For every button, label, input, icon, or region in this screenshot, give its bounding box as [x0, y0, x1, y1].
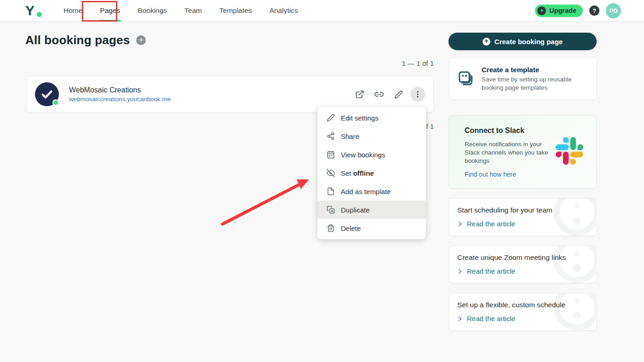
calendar-icon	[327, 150, 335, 159]
menu-item-edit-settings[interactable]: Edit settings	[317, 109, 426, 127]
read-article-label: Read the article	[467, 267, 515, 275]
pencil-icon	[394, 90, 403, 99]
menu-item-label: Set offline	[341, 169, 374, 177]
connect-slack-card: Connect to Slack Receive notifications i…	[448, 115, 597, 189]
upgrade-label: Upgrade	[549, 7, 576, 14]
menu-item-label: Duplicate	[341, 206, 370, 214]
share-icon	[327, 132, 335, 140]
logo-green-dot	[37, 12, 42, 17]
menu-item-label: Delete	[341, 224, 361, 232]
booking-page-info: WebMosaic Creations webmosaiccreations.y…	[69, 86, 171, 103]
menu-item-add-as-template[interactable]: Add as template	[317, 182, 426, 201]
upgrade-button[interactable]: Upgrade	[535, 5, 583, 17]
read-article-link[interactable]: Read the article	[457, 315, 588, 322]
nav-item-home[interactable]: Home	[63, 0, 82, 22]
article-card-team-scheduling: Start scheduling for your team Read the …	[448, 198, 597, 236]
slack-card-description: Receive notifications in your Slack chan…	[465, 140, 557, 165]
file-icon	[327, 187, 335, 195]
main-nav: Home Pages Bookings Team Templates Analy…	[55, 0, 307, 22]
online-status-dot	[52, 99, 59, 106]
template-stack-icon	[457, 70, 475, 87]
more-actions-button[interactable]	[410, 87, 425, 102]
top-navigation-bar: Y Home Pages Bookings Team Templates Ana…	[0, 0, 644, 22]
pencil-icon	[327, 114, 335, 122]
booking-page-avatar	[35, 82, 59, 106]
question-mark-icon: ?	[592, 7, 596, 14]
read-article-link[interactable]: Read the article	[457, 220, 588, 228]
menu-item-view-bookings[interactable]: View bookings	[317, 145, 426, 164]
nav-item-pages[interactable]: Pages	[100, 0, 120, 22]
booking-page-name: WebMosaic Creations	[69, 86, 171, 94]
pagination-top: 1 — 1 of 1	[402, 59, 434, 67]
edit-page-button[interactable]	[391, 87, 406, 102]
slack-card-title: Connect to Slack	[465, 126, 587, 135]
watermark-circle-icon	[549, 246, 597, 283]
article-title: Set up a flexible, custom schedule	[457, 301, 588, 309]
eye-off-icon	[327, 169, 335, 177]
menu-item-label: View bookings	[341, 151, 385, 159]
read-article-label: Read the article	[467, 315, 515, 322]
external-link-icon	[355, 90, 364, 99]
menu-item-duplicate[interactable]: Duplicate	[317, 201, 426, 219]
create-template-card[interactable]: Create a template Save time by setting u…	[448, 57, 597, 100]
menu-item-label: Edit settings	[341, 114, 379, 122]
template-card-title: Create a template	[482, 66, 586, 74]
chevron-right-icon	[457, 221, 463, 227]
article-card-zoom-links: Create unique Zoom meeting links Read th…	[448, 246, 597, 283]
plus-circle-icon: +	[483, 38, 490, 46]
booking-page-context-menu: Edit settings Share View bookings Set of…	[317, 107, 426, 239]
avatar-initials: PD	[609, 7, 617, 14]
nav-item-bookings[interactable]: Bookings	[138, 0, 167, 22]
article-card-custom-schedule: Set up a flexible, custom schedule Read …	[448, 293, 597, 331]
ycbm-logo[interactable]: Y	[25, 3, 45, 18]
nav-item-templates[interactable]: Templates	[219, 0, 252, 22]
add-booking-page-button[interactable]: +	[136, 35, 146, 45]
create-booking-page-label: Create booking page	[494, 38, 563, 46]
page-title: All booking pages	[25, 33, 130, 47]
duplicate-icon	[327, 206, 335, 214]
booking-page-url[interactable]: webmosaiccreations.youcanbook.me	[69, 96, 171, 103]
lightning-bolt-icon	[537, 6, 546, 15]
article-title: Start scheduling for your team	[457, 206, 588, 214]
menu-item-label: Share	[341, 132, 359, 140]
copy-link-button[interactable]	[372, 87, 386, 102]
watermark-circle-icon	[549, 198, 597, 236]
read-article-label: Read the article	[467, 220, 515, 228]
menu-item-share[interactable]: Share	[317, 127, 426, 145]
watermark-circle-icon	[549, 293, 597, 331]
link-icon	[374, 90, 384, 99]
dots-vertical-icon	[414, 90, 422, 98]
nav-item-team[interactable]: Team	[184, 0, 202, 22]
trash-icon	[327, 224, 335, 232]
logo-letter: Y	[25, 3, 45, 18]
menu-item-delete[interactable]: Delete	[317, 219, 426, 237]
create-booking-page-button[interactable]: + Create booking page	[448, 33, 597, 50]
help-button[interactable]: ?	[589, 6, 599, 16]
open-page-button[interactable]	[352, 87, 367, 102]
slack-find-out-link[interactable]: Find out how here	[465, 171, 516, 178]
chevron-right-icon	[457, 269, 463, 274]
template-card-description: Save time by setting up reusable booking…	[482, 75, 586, 92]
menu-item-label: Add as template	[341, 188, 391, 195]
chevron-right-icon	[457, 316, 463, 322]
article-title: Create unique Zoom meeting links	[457, 253, 588, 262]
menu-item-set-offline[interactable]: Set offline	[317, 164, 426, 182]
slack-logo	[556, 137, 583, 165]
avatar[interactable]: PD	[606, 3, 621, 18]
right-sidebar: + Create booking page Create a template …	[448, 33, 597, 331]
nav-item-analytics[interactable]: Analytics	[270, 0, 298, 22]
read-article-link[interactable]: Read the article	[457, 267, 588, 275]
